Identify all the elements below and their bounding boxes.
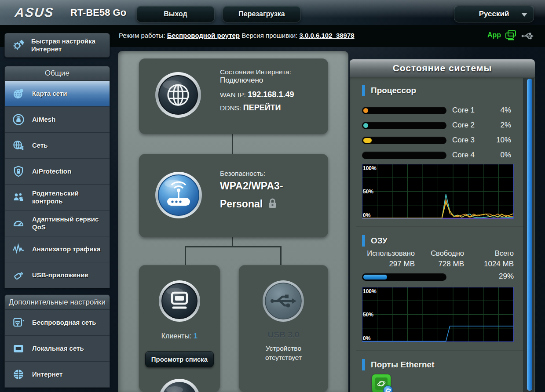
ram-stat-label: Свободно bbox=[415, 249, 464, 258]
connector-line bbox=[232, 237, 233, 247]
sidebar-item-network-map[interactable]: Карта сети bbox=[5, 81, 110, 107]
general-section-title: Общие bbox=[5, 66, 110, 81]
operation-mode-link[interactable]: Беспроводной роутер bbox=[167, 32, 240, 39]
internet-globe-button[interactable] bbox=[155, 72, 201, 120]
svg-text:100%: 100% bbox=[363, 288, 377, 294]
sidebar-item-wireless[interactable]: Беспроводная сеть bbox=[5, 310, 110, 336]
ram-stat-value: 728 MB bbox=[415, 260, 464, 269]
sidebar-item-aiprotection[interactable]: AiProtection bbox=[5, 159, 110, 185]
internet-card-text: Состояние Интернета: Подключено WAN IP: … bbox=[220, 68, 294, 113]
svg-text:100%: 100% bbox=[363, 165, 377, 171]
ram-stat-label: Всего bbox=[464, 249, 514, 258]
clients-count-row: Клиенты: 1 bbox=[139, 332, 220, 341]
cpu-core-bar-fill bbox=[363, 138, 372, 143]
sidebar-general-section: Общие Карта сетиAiMeshСетьAiProtectionРо… bbox=[4, 66, 110, 288]
language-selector[interactable]: Русский bbox=[454, 5, 534, 22]
cpu-core-row: Core 310% bbox=[362, 134, 514, 149]
sidebar-item-wan[interactable]: Интернет bbox=[5, 362, 110, 388]
firmware-version-link[interactable]: 3.0.0.6.102_38978 bbox=[299, 32, 354, 39]
usb-port-label: USB 3.0 bbox=[239, 330, 328, 340]
cpu-core-label: Core 3 bbox=[452, 136, 487, 145]
section-accent-bar bbox=[362, 235, 365, 247]
top-header: ASUS RT-BE58 Go Выход Перезагрузка Русск… bbox=[0, 0, 545, 25]
usb-device-status: Устройство отсутствует bbox=[239, 344, 328, 363]
scrollbar-thumb[interactable] bbox=[527, 79, 532, 391]
logout-button[interactable]: Выход bbox=[136, 6, 215, 22]
sidebar-item-parental-control[interactable]: Родительский контроль bbox=[5, 185, 110, 211]
connected-devices-icon[interactable] bbox=[504, 29, 517, 44]
ram-section-header: ОЗУ bbox=[362, 235, 388, 247]
cpu-core-value: 4% bbox=[500, 106, 511, 115]
asus-logo: ASUS bbox=[14, 5, 55, 20]
partial-device-button[interactable] bbox=[158, 378, 201, 392]
language-selector-value: Русский bbox=[479, 10, 509, 18]
sidebar-item-usb-app[interactable]: USB-приложение bbox=[5, 262, 110, 288]
system-status-body: Процессор Core 14%Core 22%Core 310%Core … bbox=[350, 77, 535, 392]
sidebar-item-guest-network[interactable]: Сеть bbox=[5, 133, 110, 159]
internet-status-value: Подключено bbox=[220, 76, 294, 85]
clients-button[interactable] bbox=[158, 280, 201, 324]
ram-usage-chart: 0%50%100% bbox=[362, 287, 514, 342]
cpu-core-bar bbox=[362, 152, 446, 159]
traffic-analyzer-icon bbox=[10, 242, 27, 257]
sidebar-item-label: Анализатор трафика bbox=[32, 245, 100, 253]
connector-line bbox=[185, 246, 282, 247]
system-status-title: Состояние системы bbox=[350, 59, 535, 77]
cpu-core-label: Core 2 bbox=[452, 121, 487, 130]
sidebar-item-label: Сеть bbox=[32, 142, 48, 149]
ddns-go-link[interactable]: ПЕРЕЙТИ bbox=[243, 103, 281, 112]
connector-line bbox=[185, 246, 186, 265]
sidebar: Быстрая настройка Интернет Общие Карта с… bbox=[4, 33, 110, 388]
ddns-label: DDNS: bbox=[220, 104, 241, 112]
mode-label: Режим работы: bbox=[119, 32, 165, 39]
wan-icon bbox=[10, 367, 27, 382]
usb-button[interactable] bbox=[262, 280, 304, 324]
wan-port-badge-icon bbox=[383, 385, 393, 392]
ram-stat-column: Всего1024 MB bbox=[464, 249, 514, 269]
ram-stat-label: Использовано bbox=[362, 249, 415, 258]
ethernet-section-header: Порты Ethernet bbox=[362, 359, 435, 370]
sidebar-item-lan[interactable]: Локальная сеть bbox=[5, 336, 110, 362]
app-label[interactable]: App bbox=[487, 31, 501, 39]
ram-stat-value: 297 MB bbox=[362, 260, 415, 269]
chevron-down-icon bbox=[521, 13, 527, 17]
section-accent-bar bbox=[362, 85, 365, 96]
usb-ports-icon[interactable] bbox=[521, 32, 534, 42]
lock-icon bbox=[268, 198, 277, 210]
sidebar-item-traffic-analyzer[interactable]: Анализатор трафика bbox=[5, 236, 110, 262]
cpu-core-bar bbox=[362, 107, 446, 114]
reboot-button[interactable]: Перезагрузка bbox=[223, 6, 301, 22]
cpu-core-value: 0% bbox=[500, 151, 511, 160]
network-map-icon bbox=[10, 86, 27, 101]
internet-status-card: Состояние Интернета: Подключено WAN IP: … bbox=[139, 58, 328, 134]
cpu-core-bar-fill bbox=[363, 123, 368, 128]
wireless-router-button[interactable] bbox=[155, 171, 202, 221]
connector-line bbox=[232, 134, 233, 154]
sidebar-item-qos[interactable]: Адаптивный сервис QoS bbox=[5, 211, 110, 236]
cpu-core-bar bbox=[362, 122, 446, 129]
cpu-core-label: Core 4 bbox=[452, 151, 487, 160]
sidebar-item-label: AiMesh bbox=[32, 116, 55, 123]
cpu-core-value: 2% bbox=[500, 121, 511, 130]
quick-setup-button[interactable]: Быстрая настройка Интернет bbox=[4, 33, 110, 58]
svg-text:50%: 50% bbox=[363, 312, 373, 318]
ethernet-title: Порты Ethernet bbox=[371, 360, 435, 370]
security-card-text: Безопасность: WPA2/WPA3- Personal bbox=[220, 170, 283, 210]
view-client-list-button[interactable]: Просмотр списка bbox=[145, 351, 214, 367]
cpu-section-header: Процессор bbox=[362, 85, 416, 96]
quick-setup-label: Быстрая настройка Интернет bbox=[31, 37, 105, 53]
guest-network-icon bbox=[10, 138, 27, 153]
section-divider bbox=[356, 350, 525, 351]
wireless-icon bbox=[10, 315, 27, 330]
cpu-core-bar bbox=[362, 137, 446, 144]
lan-icon bbox=[10, 341, 27, 356]
section-divider bbox=[356, 226, 525, 227]
security-value-line2: Personal bbox=[220, 198, 263, 210]
ethernet-port-icon[interactable] bbox=[372, 374, 392, 392]
clients-label: Клиенты: bbox=[161, 332, 192, 340]
network-map-panel: Состояние Интернета: Подключено WAN IP: … bbox=[118, 51, 348, 392]
ram-stat-value: 1024 MB bbox=[464, 260, 514, 269]
cpu-core-row: Core 40% bbox=[362, 149, 514, 164]
sidebar-item-aimesh[interactable]: AiMesh bbox=[5, 107, 110, 133]
internet-status-label: Состояние Интернета: bbox=[220, 68, 294, 76]
